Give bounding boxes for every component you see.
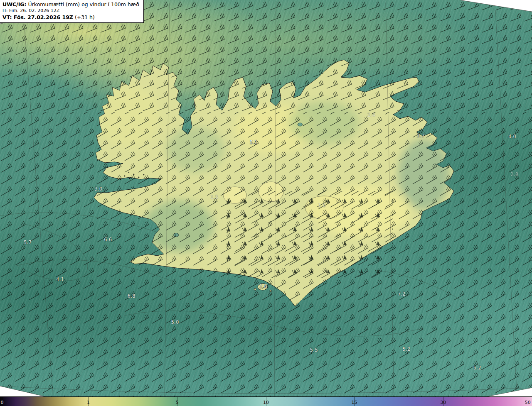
colorbar-tick-label: 50 xyxy=(525,400,531,405)
colorbar-tick-label: 15 xyxy=(351,400,357,405)
colorbar-tick-label: 10 xyxy=(263,400,269,405)
colorbar-tick-label: 0 xyxy=(1,400,4,405)
colorbar-tick-label: 1 xyxy=(87,400,90,405)
colorbar: 01510153050 xyxy=(0,396,532,406)
valid-time: VT: Fös. 27.02.2026 19Z (+31 h) xyxy=(2,14,139,21)
model-name: UWC/IG: xyxy=(2,1,27,7)
weather-map-viewport: 5.12.43.74.02.83.01.51.65.76.64.16.82.65… xyxy=(0,0,532,406)
init-time: IT: Fim. 26. 02. 2026 12Z xyxy=(2,8,139,14)
colorbar-tick-label: 30 xyxy=(440,400,446,405)
forecast-offset: (+31 h) xyxy=(73,14,95,20)
precipitation-field: 5.12.43.74.02.83.01.51.65.76.64.16.82.65… xyxy=(0,0,532,397)
colorbar-tick-label: 5 xyxy=(176,400,179,405)
title-box: UWC/IG: Úrkomumætti (mm) og vindur í 100… xyxy=(0,0,144,23)
map-title: UWC/IG: Úrkomumætti (mm) og vindur í 100… xyxy=(2,1,139,8)
product-name: Úrkomumætti (mm) og vindur í 100m hæð xyxy=(27,1,139,7)
colorbar-ticks: 01510153050 xyxy=(0,397,532,406)
wind-barb-layer xyxy=(0,0,532,397)
map-canvas xyxy=(0,0,532,397)
valid-time-bold: VT: Fös. 27.02.2026 19Z xyxy=(2,14,73,20)
